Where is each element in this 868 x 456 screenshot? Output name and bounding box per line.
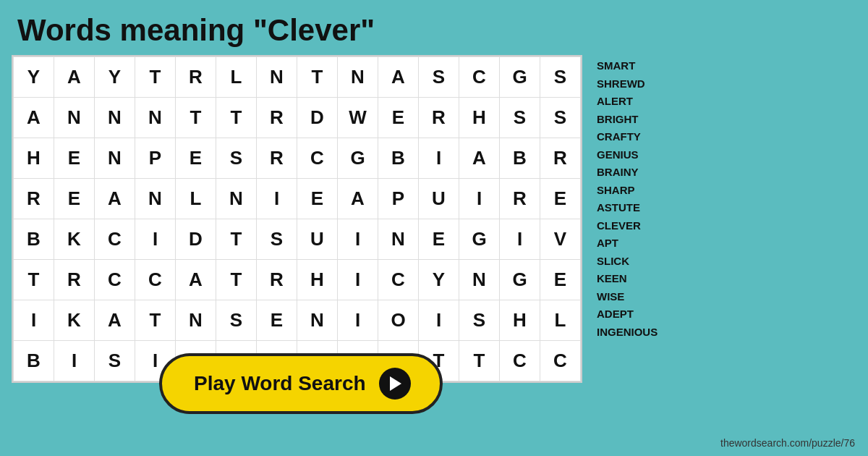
grid-cell: E [176,138,216,179]
grid-cell: I [500,219,540,260]
grid-cell: I [135,219,176,260]
grid-cell: R [14,179,54,219]
grid-cell: G [338,138,378,179]
word-list-item: KEEN [597,271,672,287]
grid-cell: B [500,138,540,179]
word-list-item: SHREWD [597,76,672,93]
grid-cell: L [216,57,257,98]
grid-cell: E [257,300,297,341]
grid-cell: B [14,219,54,260]
word-list-item: INGENIOUS [597,324,672,341]
grid-cell: S [540,57,581,98]
grid-cell: E [540,260,581,300]
grid-cell: R [419,98,459,138]
grid-cell: S [216,300,257,341]
grid-cell: C [297,138,338,179]
grid-cell: R [257,138,297,179]
grid-cell: A [54,57,95,98]
grid-cell: N [297,300,338,341]
grid-cell: L [176,179,216,219]
grid-cell: C [500,341,540,381]
grid-cell: S [419,57,459,98]
grid-cell: T [459,341,500,381]
footer-text: thewordsearch.com/puzzle/76 [720,437,855,449]
grid-cell: I [419,300,459,341]
grid-cell: T [135,57,176,98]
word-list-item: BRAINY [597,164,672,181]
grid-cell: A [95,300,135,341]
grid-cell: I [419,138,459,179]
grid-cell: Y [14,57,54,98]
grid-cell: L [540,300,581,341]
grid-cell: N [176,300,216,341]
grid-cell: A [378,57,419,98]
grid-cell: C [540,341,581,381]
grid-cell: K [54,219,95,260]
word-list-item: BRIGHT [597,111,672,128]
grid-cell: N [95,138,135,179]
play-word-search-button[interactable]: Play Word Search [159,353,443,414]
grid-cell: N [216,179,257,219]
grid-cell: S [95,341,135,381]
grid-cell: R [257,260,297,300]
main-area: YAYTRLNTNASCGSANNNTTRDWERHSSHENPESRCGBIA… [0,55,868,383]
grid-cell: G [500,57,540,98]
word-list-item: ADEPT [597,306,672,323]
word-list-item: CLEVER [597,218,672,235]
grid-cell: A [338,179,378,219]
grid-wrapper: YAYTRLNTNASCGSANNNTTRDWERHSSHENPESRCGBIA… [12,55,582,383]
grid-cell: E [540,179,581,219]
grid-cell: K [54,300,95,341]
grid-cell: U [297,219,338,260]
page-title: Words meaning "Clever" [0,0,868,55]
grid-cell: T [176,98,216,138]
grid-cell: Y [419,260,459,300]
grid-cell: A [459,138,500,179]
word-search-grid[interactable]: YAYTRLNTNASCGSANNNTTRDWERHSSHENPESRCGBIA… [12,55,582,383]
word-list-item: ASTUTE [597,200,672,216]
grid-cell: H [459,98,500,138]
grid-cell: B [378,138,419,179]
grid-cell: T [14,260,54,300]
grid-cell: N [257,57,297,98]
grid-cell: T [216,260,257,300]
grid-cell: E [378,98,419,138]
grid-cell: I [257,179,297,219]
word-list: SMARTSHREWDALERTBRIGHTCRAFTYGENIUSBRAINY… [591,55,678,343]
grid-cell: C [135,260,176,300]
grid-cell: N [459,260,500,300]
grid-cell: E [54,138,95,179]
grid-cell: R [176,57,216,98]
grid-cell: D [297,98,338,138]
word-list-item: GENIUS [597,147,672,164]
grid-cell: I [338,260,378,300]
grid-cell: T [216,219,257,260]
grid-cell: I [338,219,378,260]
grid-cell: R [257,98,297,138]
grid-cell: I [54,341,95,381]
grid-cell: T [216,98,257,138]
grid-cell: G [459,219,500,260]
grid-cell: R [500,179,540,219]
grid-cell: W [338,98,378,138]
grid-cell: C [95,219,135,260]
grid-cell: E [419,219,459,260]
word-list-item: CRAFTY [597,129,672,145]
grid-cell: C [459,57,500,98]
play-button-label: Play Word Search [194,372,366,395]
grid-cell: S [500,98,540,138]
word-list-item: WISE [597,289,672,305]
grid-cell: E [297,179,338,219]
grid-cell: S [257,219,297,260]
grid-cell: S [216,138,257,179]
grid-cell: N [338,57,378,98]
grid-cell: S [540,98,581,138]
grid-cell: N [95,98,135,138]
grid-cell: G [500,260,540,300]
grid-cell: B [14,341,54,381]
grid-table: YAYTRLNTNASCGSANNNTTRDWERHSSHENPESRCGBIA… [13,56,581,381]
word-list-item: ALERT [597,93,672,110]
grid-cell: T [135,300,176,341]
grid-cell: E [54,179,95,219]
word-list-item: SLICK [597,253,672,270]
